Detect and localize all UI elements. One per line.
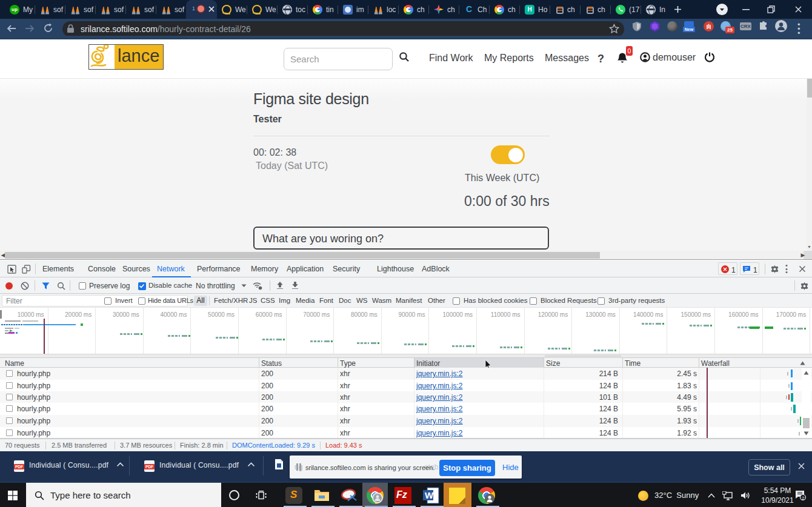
svg-text:2: 2 [802, 495, 805, 501]
svg-text:W: W [425, 490, 434, 500]
